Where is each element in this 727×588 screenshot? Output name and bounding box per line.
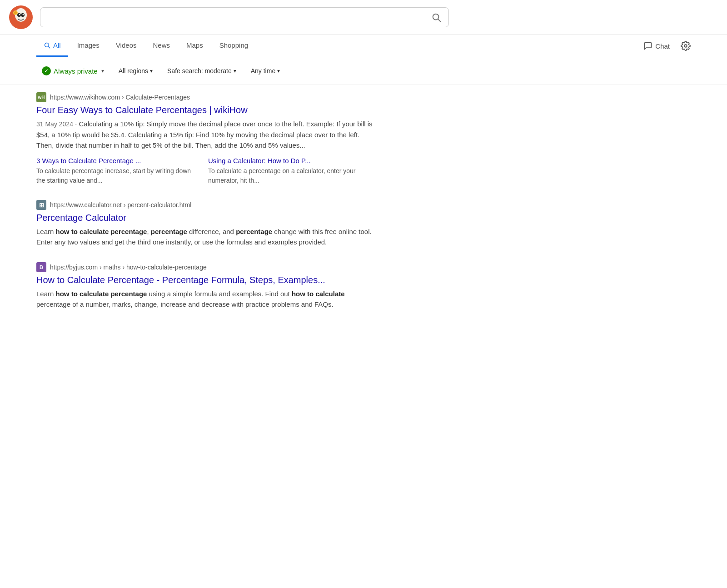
result-url-3: https://byjus.com › maths › how-to-calcu… <box>50 264 207 271</box>
result-snippet-3: Learn how to calculate percentage using … <box>36 289 373 310</box>
private-check-icon: ✓ <box>42 66 51 75</box>
result-url-row-1: wH https://www.wikihow.com › Calculate-P… <box>36 92 373 102</box>
gear-icon <box>681 41 691 51</box>
result-url-1: https://www.wikihow.com › Calculate-Perc… <box>50 94 190 101</box>
chat-icon <box>643 41 652 50</box>
filters-bar: ✓ Always private ▾ All regions ▾ Safe se… <box>0 57 727 85</box>
sub-link-title-1b[interactable]: Using a Calculator: How to Do P... <box>208 157 373 164</box>
svg-point-4 <box>19 14 20 15</box>
time-filter[interactable]: Any time ▾ <box>245 65 285 77</box>
sub-link-item-1a: 3 Ways to Calculate Percentage ... To ca… <box>36 157 201 185</box>
safe-search-label: Safe search: moderate <box>167 67 232 75</box>
result-item-3: B https://byjus.com › maths › how-to-cal… <box>36 262 373 310</box>
tab-all[interactable]: All <box>36 35 68 57</box>
header: how to calculate percentage <box>0 0 727 35</box>
time-chevron-icon: ▾ <box>277 68 280 74</box>
search-input[interactable]: how to calculate percentage <box>48 13 431 22</box>
svg-point-5 <box>23 14 24 15</box>
svg-point-7 <box>14 11 17 14</box>
regions-chevron-icon: ▾ <box>150 68 153 74</box>
search-bar[interactable]: how to calculate percentage <box>40 7 449 27</box>
sub-link-desc-1b: To calculate a percentage on a calculato… <box>208 167 356 184</box>
always-private-label: Always private <box>54 67 98 75</box>
nav-right: Chat <box>640 37 691 55</box>
result-snippet-2: Learn how to calculate percentage, perce… <box>36 226 373 248</box>
tab-shopping-label: Shopping <box>219 41 248 49</box>
result-date-1: 31 May 2024 <box>36 120 73 128</box>
favicon-calculator: ⊞ <box>36 200 46 210</box>
result-url-row-2: ⊞ https://www.calculator.net › percent-c… <box>36 200 373 210</box>
sub-link-title-1a[interactable]: 3 Ways to Calculate Percentage ... <box>36 157 201 164</box>
tab-shopping[interactable]: Shopping <box>212 35 255 57</box>
tab-news-label: News <box>153 41 170 49</box>
chat-label: Chat <box>655 42 670 50</box>
safe-search-filter[interactable]: Safe search: moderate ▾ <box>162 65 242 77</box>
tab-maps-label: Maps <box>186 41 203 49</box>
private-chevron-icon: ▾ <box>101 68 104 74</box>
nav-tabs: All Images Videos News Maps Shopping Cha… <box>0 35 727 57</box>
favicon-byjus: B <box>36 262 46 272</box>
search-icon <box>44 42 50 49</box>
sub-link-desc-1a: To calculate percentage increase, start … <box>36 167 191 184</box>
settings-button[interactable] <box>681 41 691 51</box>
sub-link-item-1b: Using a Calculator: How to Do P... To ca… <box>208 157 373 185</box>
time-label: Any time <box>251 67 275 75</box>
result-title-3[interactable]: How to Calculate Percentage - Percentage… <box>36 274 373 286</box>
result-title-1[interactable]: Four Easy Ways to Calculate Percentages … <box>36 104 373 116</box>
chat-button[interactable]: Chat <box>640 37 673 55</box>
result-snippet-1: 31 May 2024 · Calculating a 10% tip: Sim… <box>36 119 373 150</box>
favicon-wikihow: wH <box>36 92 46 102</box>
tab-all-label: All <box>53 41 61 49</box>
tab-videos-label: Videos <box>116 41 137 49</box>
tab-news[interactable]: News <box>145 35 177 57</box>
always-private-filter[interactable]: ✓ Always private ▾ <box>36 64 110 78</box>
result-item-2: ⊞ https://www.calculator.net › percent-c… <box>36 200 373 248</box>
svg-line-9 <box>438 19 440 21</box>
result-item-1: wH https://www.wikihow.com › Calculate-P… <box>36 92 373 185</box>
tab-maps[interactable]: Maps <box>179 35 210 57</box>
tab-images-label: Images <box>77 41 100 49</box>
search-results: wH https://www.wikihow.com › Calculate-P… <box>0 85 409 331</box>
result-snippet-text-1: Calculating a 10% tip: Simply move the d… <box>36 120 373 149</box>
regions-label: All regions <box>119 67 148 75</box>
tab-images[interactable]: Images <box>70 35 107 57</box>
regions-filter[interactable]: All regions ▾ <box>113 65 158 77</box>
search-submit-button[interactable] <box>431 12 441 22</box>
safe-search-chevron-icon: ▾ <box>234 68 236 74</box>
tab-videos[interactable]: Videos <box>109 35 144 57</box>
result-url-2: https://www.calculator.net › percent-cal… <box>50 201 191 209</box>
sub-links-1: 3 Ways to Calculate Percentage ... To ca… <box>36 157 373 185</box>
svg-line-11 <box>48 46 50 48</box>
result-url-row-3: B https://byjus.com › maths › how-to-cal… <box>36 262 373 272</box>
result-title-2[interactable]: Percentage Calculator <box>36 212 373 224</box>
svg-point-12 <box>684 45 687 47</box>
ddg-logo[interactable] <box>9 5 33 29</box>
